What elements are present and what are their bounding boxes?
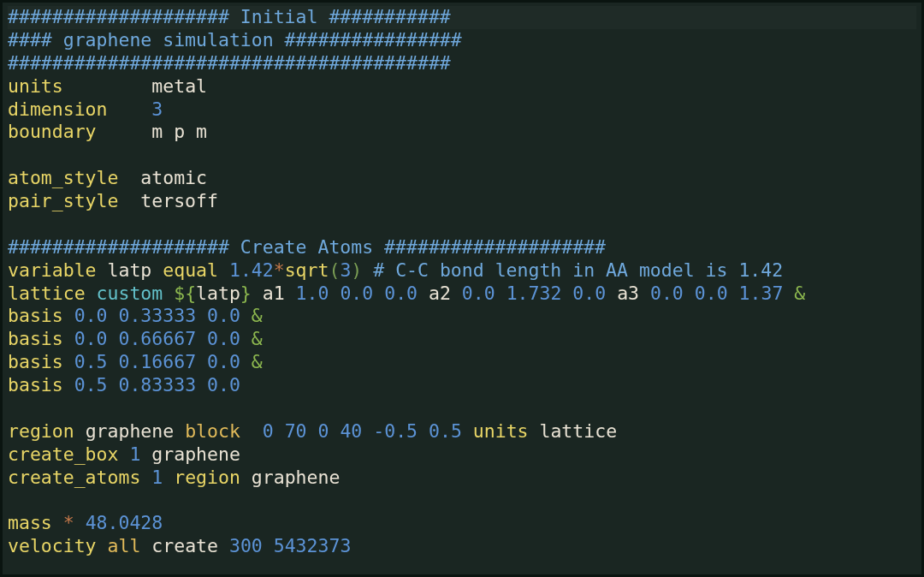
kw-units-sub: units xyxy=(473,420,529,442)
lpar-1: ( xyxy=(329,259,340,281)
b2z: 0.0 xyxy=(207,328,240,349)
b4x: 0.5 xyxy=(74,374,108,396)
amp-3: & xyxy=(252,328,263,349)
vel-temp: 300 xyxy=(229,535,263,556)
kw-mass: mass xyxy=(8,512,52,533)
r-zlo: -0.5 xyxy=(373,420,418,442)
vel-seed: 5432373 xyxy=(274,535,352,556)
kw-basis-3: basis xyxy=(8,351,63,372)
kw-dimension: dimension xyxy=(8,98,108,120)
val-all: all xyxy=(108,535,141,556)
op-star-1: * xyxy=(274,259,285,281)
kw-region: region xyxy=(8,420,74,442)
a3: a3 xyxy=(617,283,639,304)
comment-create-atoms: #################### Create Atoms ######… xyxy=(8,236,606,258)
kw-equal: equal xyxy=(163,259,218,281)
b3x: 0.5 xyxy=(74,351,108,372)
b1z: 0.0 xyxy=(207,305,240,326)
val-lattice-sub: lattice xyxy=(539,420,617,442)
id-graphene-1: graphene xyxy=(86,420,175,442)
val-block: block xyxy=(185,420,240,442)
a2: a2 xyxy=(429,283,451,304)
val-tersoff: tersoff xyxy=(140,190,218,211)
kw-velocity: velocity xyxy=(8,535,97,556)
b4z: 0.0 xyxy=(207,374,240,396)
kw-basis-1: basis xyxy=(8,305,63,326)
comment-graphene: #### graphene simulation ###############… xyxy=(8,29,462,51)
kw-atom-style: atom_style xyxy=(8,167,118,188)
kw-basis-4: basis xyxy=(8,374,63,396)
op-star-2: * xyxy=(63,512,74,533)
id-graphene-2: graphene xyxy=(151,443,240,465)
kw-region-sub: region xyxy=(174,467,240,488)
amp-1: & xyxy=(794,283,805,304)
kw-basis-2: basis xyxy=(8,328,63,349)
kw-boundary: boundary xyxy=(8,121,97,142)
r-xlo: 0 xyxy=(263,420,274,442)
r-ylo: 0 xyxy=(318,420,329,442)
b2x: 0.0 xyxy=(74,328,108,349)
a1y: 0.0 xyxy=(340,283,373,304)
b2y: 0.66667 xyxy=(118,328,196,349)
amp-2: & xyxy=(252,305,263,326)
val-custom: custom xyxy=(97,283,163,304)
val-3: 3 xyxy=(151,98,163,120)
a2z: 0.0 xyxy=(572,283,606,304)
a1x: 1.0 xyxy=(296,283,329,304)
a3z: 1.37 xyxy=(739,283,784,304)
comment-hashline: ######################################## xyxy=(8,52,451,74)
b3y: 0.16667 xyxy=(118,351,196,372)
val-create: create xyxy=(151,535,218,556)
a3x: 0.0 xyxy=(650,283,684,304)
kw-sqrt: sqrt xyxy=(285,259,329,281)
num-1-42: 1.42 xyxy=(229,259,274,281)
a2x: 0.0 xyxy=(462,283,495,304)
comment-bond: # C-C bond length in AA model is 1.42 xyxy=(373,259,783,281)
kw-lattice: lattice xyxy=(8,283,86,304)
kw-create-box: create_box xyxy=(8,443,118,465)
a3y: 0.0 xyxy=(695,283,728,304)
code-editor[interactable]: #################### Initial ###########… xyxy=(8,6,916,558)
rpar-1: ) xyxy=(351,259,362,281)
val-metal: metal xyxy=(151,75,207,97)
b1x: 0.0 xyxy=(74,305,108,326)
b3z: 0.0 xyxy=(207,351,240,372)
b1y: 0.33333 xyxy=(118,305,196,326)
cb-1: 1 xyxy=(129,443,140,465)
id-latp: latp xyxy=(108,259,152,281)
num-3: 3 xyxy=(340,259,351,281)
kw-create-atoms: create_atoms xyxy=(8,467,140,488)
b4y: 0.83333 xyxy=(118,374,196,396)
id-graphene-3: graphene xyxy=(252,467,341,488)
r-zhi: 0.5 xyxy=(429,420,462,442)
a2y: 1.732 xyxy=(506,283,562,304)
mass-val: 48.0428 xyxy=(86,512,163,533)
dol-close: } xyxy=(240,283,252,304)
kw-pair-style: pair_style xyxy=(8,190,118,211)
a1: a1 xyxy=(263,283,285,304)
comment-initial: #################### Initial ########### xyxy=(8,6,451,27)
ca-1: 1 xyxy=(151,467,163,488)
a1z: 0.0 xyxy=(384,283,418,304)
var-latp: latp xyxy=(196,283,240,304)
r-xhi: 70 xyxy=(285,420,307,442)
r-yhi: 40 xyxy=(340,420,362,442)
val-mpm: m p m xyxy=(151,121,207,142)
dol-open: ${ xyxy=(174,283,196,304)
kw-variable: variable xyxy=(8,259,97,281)
val-atomic: atomic xyxy=(140,167,207,188)
amp-4: & xyxy=(252,351,263,372)
kw-units: units xyxy=(8,75,63,97)
